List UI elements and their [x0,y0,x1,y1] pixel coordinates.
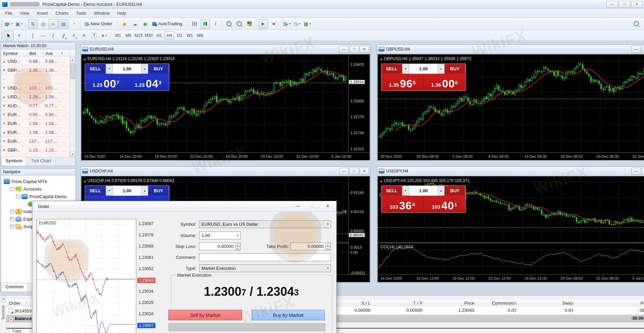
volume-field[interactable]: 1.00 ▼ [199,232,241,239]
order-dialog-title-bar[interactable]: Order — □ ✕ [32,201,336,212]
menu-item-view[interactable]: View [16,10,33,17]
terminal-column-price[interactable]: Price [433,301,474,306]
candlestick-chart-button[interactable] [200,19,210,29]
market-watch-tab-tick-chart[interactable]: Tick Chart [27,157,56,166]
text-label-tool-button[interactable]: T [89,31,99,40]
market-watch-row[interactable]: ▼USD...103....103...... [1,84,70,93]
take-profit-field[interactable]: 0.00000 ▲▼ [291,242,331,250]
sell-button[interactable]: SELL [381,186,402,196]
spin-down-icon[interactable]: ▼ [325,247,330,250]
chart-close-button[interactable]: ✕ [360,46,369,53]
volume-increase-button[interactable]: ▲ [141,186,148,196]
timeframe-button-w1[interactable]: W1 [185,31,195,40]
time-axis[interactable]: 14 Dec 202016 Dec 20:0018 Dec 20:0022 De… [81,152,370,160]
volume-increase-button[interactable]: ▲ [438,64,445,74]
timeframe-button-m5[interactable]: M5 [124,31,133,40]
navigator-item-accounts[interactable]: -Accounts [2,185,75,193]
timeframe-button-d1[interactable]: D1 [175,31,184,40]
scroll-up-button[interactable]: ▲ [70,57,75,62]
window-maximize-button[interactable]: □ [619,1,630,8]
terminal-column-swap[interactable]: Swap [532,301,573,306]
search-button[interactable] [631,19,641,29]
market-watch-row[interactable]: ▼EUR...127....127...... [1,137,70,146]
timeframe-button-m30[interactable]: M30 [144,31,154,40]
market-watch-header[interactable]: Market Watch: 10:30:50 [1,43,75,50]
market-watch-column-bid[interactable]: Bid [28,50,44,57]
chart-maximize-button[interactable]: □ [349,168,359,175]
volume-decrease-button[interactable]: ▼ [106,186,113,196]
menu-item-insert[interactable]: Insert [33,10,52,17]
volume-value[interactable]: 1.00 [409,186,438,196]
price-scale[interactable]: 1.234701.226051.221751.217451.213101.230… [348,54,370,153]
market-watch-row[interactable]: ▼EUR...1.58...1.58..... [1,119,70,128]
navigator-toggle-button[interactable]: ★ [48,19,58,29]
buy-by-market-button[interactable]: Buy by Market [252,310,325,320]
timeframe-button-h1[interactable]: H1 [154,31,164,40]
autotrading-button[interactable]: AutoTrading [151,19,186,29]
time-axis[interactable]: 20 Nov 202026 Nov 08:002 Dec 08:008 Dec … [378,152,644,160]
tile-windows-button[interactable] [245,19,254,29]
terminal-side-tab[interactable]: Terminal [0,306,6,333]
type-field[interactable]: Market Execution ▼ [199,264,331,272]
chart-minimize-button[interactable]: — [631,46,641,53]
text-tool-button[interactable]: A [79,31,89,40]
terminal-toggle-button[interactable]: ▤ [59,19,68,29]
arrows-tool-button[interactable]: ◆▼ [100,31,109,40]
terminal-column-tp[interactable]: T / P [381,301,422,306]
ask-price-big[interactable]: 1.36006 [423,74,465,91]
toolbar-grip[interactable] [1,31,3,40]
data-window-button[interactable]: ◎ [38,19,48,29]
cursor-tool-button[interactable] [4,31,14,40]
market-watch-row[interactable]: ▲USD...0.88...0.88..... [1,57,70,66]
timeframe-button-mn[interactable]: MN [195,31,205,40]
market-watch-column-x[interactable]: ! [60,50,70,57]
sell-button[interactable]: SELL [85,186,106,196]
chart-close-button[interactable]: ✕ [360,168,369,175]
fibonacci-tool-button[interactable]: ≣F [69,31,79,40]
tree-expander-icon[interactable]: + [10,225,14,228]
buy-button[interactable]: BUY [148,186,169,196]
buy-button[interactable]: BUY [148,64,169,74]
navigator-tab-common[interactable]: Common [1,283,28,292]
chart-window-title-bar[interactable]: USDJPY,H4—□✕ [377,167,644,176]
crosshair-tool-button[interactable]: + [14,31,24,40]
timeframe-button-m1[interactable]: M1 [113,31,123,40]
toolbar-grip[interactable] [1,20,3,28]
sell-button[interactable]: SELL [381,64,402,74]
new-chart-button[interactable]: ▦+▼ [4,19,14,29]
chart-area[interactable]: ▲EURUSD,H4 1.23116 1.23245 1.22920 1.230… [81,54,370,160]
community-button[interactable]: ☁ [130,19,140,29]
dialog-minimize-button[interactable]: — [293,203,303,210]
sell-by-market-button[interactable]: Sell by Market [168,310,242,320]
menu-item-help[interactable]: Help [113,10,130,17]
signals-button[interactable]: ◉ [140,19,150,29]
chart-maximize-button[interactable]: □ [349,46,359,53]
trendline-tool-button[interactable]: / [48,31,58,40]
scroll-down-button[interactable]: ▼ [70,152,75,157]
bid-price-big[interactable]: 103364 [381,196,423,212]
bid-price-big[interactable]: 1.35965 [381,74,423,91]
indicators-button[interactable]: ▥+▼ [282,19,292,29]
tree-expander-icon[interactable]: - [16,195,20,198]
spin-up-icon[interactable]: ▲ [325,243,330,247]
metaeditor-button[interactable]: ◆ [120,19,129,29]
sell-button[interactable]: SELL [85,64,106,74]
terminal-close-icon[interactable]: ✕ [1,297,6,302]
chart-minimize-button[interactable]: — [339,46,349,53]
chart-window-title-bar[interactable]: EURUSD,H4—□✕ [81,45,370,54]
buy-button[interactable]: BUY [445,64,465,74]
zoom-in-button[interactable]: + [224,19,234,29]
terminal-tab-trade[interactable]: Trade [9,329,30,333]
price-scale[interactable]: 0.912400.901200.890000.880430.00130.00-0… [348,176,370,275]
menu-item-charts[interactable]: Charts [52,10,72,17]
navigator-item-prize-capital-mt4[interactable]: Prize Capital MT4 [2,178,75,185]
volume-decrease-button[interactable]: ▼ [402,186,409,196]
market-watch-row[interactable]: ▼AUD...0.77...0.77..... [1,101,70,110]
chart-minimize-button[interactable]: — [631,168,641,175]
chevron-down-icon[interactable]: ▼ [236,234,239,237]
market-watch-tab-symbols[interactable]: Symbols [1,157,27,166]
volume-value[interactable]: 1.00 [113,186,141,196]
comment-field[interactable] [199,253,331,261]
chart-window-title-bar[interactable]: USDCHF,H4—□✕ [81,167,370,176]
dialog-close-button[interactable]: ✕ [323,203,333,210]
